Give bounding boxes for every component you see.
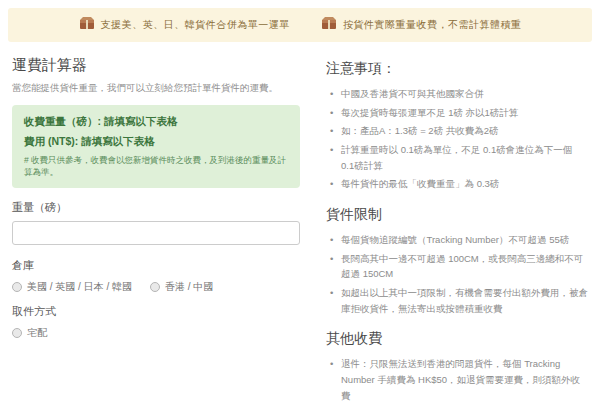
- notes-list: 中國及香港貨不可與其他國家合併 每次提貨時每張運單不足 1磅 亦以1磅計算 如：…: [330, 86, 588, 192]
- radio-icon[interactable]: [12, 328, 22, 338]
- calculator-title: 運費計算器: [12, 56, 300, 75]
- main-content: 運費計算器 當您能提供貨件重量，我們可以立刻給您預計單件貨件的運費。 收費重量（…: [0, 42, 600, 404]
- list-item: 如超出以上其中一項限制，有機會需要付出額外費用，被倉庫拒收貨件，無法寄出或按體積…: [330, 285, 588, 316]
- estimate-fee-line: 費用 (NT$): 請填寫以下表格: [24, 135, 288, 149]
- restrictions-list: 每個貨物追蹤編號（Tracking Number）不可超過 55磅 長闊高其中一…: [330, 232, 588, 316]
- other-fees-title: 其他收費: [326, 330, 588, 348]
- list-item: 退件：只限無法送到香港的問題貨件，每個 Tracking Number 手續費為…: [330, 356, 588, 403]
- pickup-radio-group: 宅配: [12, 326, 300, 340]
- list-item: 每件貨件的最低「收費重量」為 0.3磅: [330, 176, 588, 192]
- list-item: 中國及香港貨不可與其他國家合併: [330, 86, 588, 102]
- shipping-calculator-page: 支援美、英、日、韓貨件合併為單一運單 按貨件實際重量收費，不需計算體積重 運費計…: [0, 0, 600, 404]
- warehouse-option-overseas[interactable]: 美國 / 英國 / 日本 / 韓國: [12, 280, 132, 294]
- estimate-result-box: 收費重量（磅）: 請填寫以下表格 費用 (NT$): 請填寫以下表格 # 收費只…: [12, 105, 300, 188]
- warehouse-option-hk-china[interactable]: 香港 / 中國: [150, 280, 213, 294]
- package-icon: [321, 16, 337, 34]
- list-item: 長闊高其中一邊不可超過 100CM，或長闊高三邊總和不可超過 150CM: [330, 251, 588, 282]
- notes-title: 注意事項：: [326, 60, 588, 78]
- warehouse-label: 倉庫: [12, 258, 300, 273]
- pickup-option-label: 宅配: [27, 326, 47, 340]
- banner-item-consolidation: 支援美、英、日、韓貨件合併為單一運單: [79, 16, 290, 34]
- weight-input[interactable]: [12, 221, 300, 245]
- calculator-panel: 運費計算器 當您能提供貨件重量，我們可以立刻給您預計單件貨件的運費。 收費重量（…: [12, 56, 300, 404]
- info-panel: 注意事項： 中國及香港貨不可與其他國家合併 每次提貨時每張運單不足 1磅 亦以1…: [326, 56, 588, 404]
- warehouse-option-label: 美國 / 英國 / 日本 / 韓國: [27, 280, 132, 294]
- list-item: 如：產品A：1.3磅 = 2磅 共收費為2磅: [330, 123, 588, 139]
- list-item: 計算重量時以 0.1磅為單位，不足 0.1磅會進位為下一個 0.1磅計算: [330, 142, 588, 173]
- list-item: 每次提貨時每張運單不足 1磅 亦以1磅計算: [330, 105, 588, 121]
- list-item: 每個貨物追蹤編號（Tracking Number）不可超過 55磅: [330, 232, 588, 248]
- radio-icon[interactable]: [12, 282, 22, 292]
- restrictions-title: 貨件限制: [326, 206, 588, 224]
- pickup-option-home-delivery[interactable]: 宅配: [12, 326, 47, 340]
- other-fees-list: 退件：只限無法送到香港的問題貨件，每個 Tracking Number 手續費為…: [330, 356, 588, 403]
- estimate-weight-line: 收費重量（磅）: 請填寫以下表格: [24, 115, 288, 129]
- banner-text: 支援美、英、日、韓貨件合併為單一運單: [101, 18, 290, 32]
- radio-icon[interactable]: [150, 282, 160, 292]
- warehouse-option-label: 香港 / 中國: [165, 280, 213, 294]
- calculator-subtitle: 當您能提供貨件重量，我們可以立刻給您預計單件貨件的運費。: [12, 82, 300, 95]
- warehouse-radio-group: 美國 / 英國 / 日本 / 韓國 香港 / 中國: [12, 280, 300, 294]
- estimate-disclaimer: # 收費只供參考，收費會以您新增貨件時之收費，及到港後的重量及計算為準。: [24, 155, 288, 179]
- pickup-method-label: 取件方式: [12, 304, 300, 319]
- package-icon: [79, 16, 95, 34]
- feature-banner: 支援美、英、日、韓貨件合併為單一運單 按貨件實際重量收費，不需計算體積重: [8, 8, 592, 42]
- weight-field-label: 重量（磅）: [12, 200, 300, 215]
- banner-item-actual-weight: 按貨件實際重量收費，不需計算體積重: [321, 16, 522, 34]
- banner-text: 按貨件實際重量收費，不需計算體積重: [343, 18, 522, 32]
